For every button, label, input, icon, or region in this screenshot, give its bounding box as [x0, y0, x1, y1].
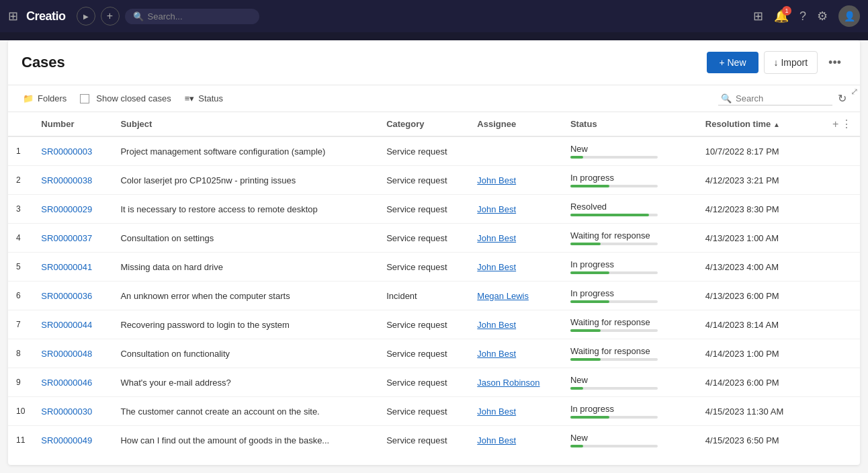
cell-resolution-time: 10/7/2022 8:17 PM: [697, 136, 824, 166]
assignee-link[interactable]: John Best: [477, 349, 516, 359]
case-number-link[interactable]: SR00000036: [41, 291, 92, 301]
status-progress-fill: [570, 243, 601, 245]
table-row: 4SR00000037Consultation on settingsServi…: [8, 224, 860, 253]
cell-assignee[interactable]: John Best: [469, 166, 562, 195]
cell-assignee[interactable]: John Best: [469, 195, 562, 224]
status-progress-bar: [570, 387, 658, 390]
cell-number[interactable]: SR00000030: [33, 397, 112, 426]
cell-number[interactable]: SR00000003: [33, 136, 112, 166]
cell-resolution-time: 4/14/2023 6:00 PM: [697, 368, 824, 397]
cell-number[interactable]: SR00000038: [33, 166, 112, 195]
new-button[interactable]: + New: [707, 52, 758, 73]
search-input[interactable]: [148, 11, 251, 22]
cell-number[interactable]: SR00000037: [33, 224, 112, 253]
search-icon: 🔍: [721, 93, 732, 103]
cell-subject: Consultation on functionality: [112, 339, 378, 368]
import-button[interactable]: ↓ Import: [764, 51, 818, 74]
cell-number[interactable]: SR00000041: [33, 253, 112, 282]
case-number-link[interactable]: SR00000049: [41, 435, 92, 445]
status-filter-button[interactable]: ≡▾ Status: [183, 91, 224, 106]
assignee-link[interactable]: John Best: [477, 233, 516, 243]
cell-assignee[interactable]: Jason Robinson: [469, 368, 562, 397]
status-progress-bar: [570, 300, 658, 303]
folders-button[interactable]: 📁 Folders: [21, 91, 68, 106]
case-number-link[interactable]: SR00000029: [41, 204, 92, 214]
show-closed-button[interactable]: Show closed cases: [79, 91, 172, 106]
cell-resolution-time: 4/15/2023 11:30 AM: [697, 397, 824, 426]
case-number-link[interactable]: SR00000044: [41, 320, 92, 330]
cell-number[interactable]: SR00000044: [33, 310, 112, 339]
column-options-button[interactable]: ⋮: [841, 118, 852, 130]
table-row: 1SR00000003Project management software c…: [8, 136, 860, 166]
table-container: Number Subject Category Assignee Status …: [8, 112, 860, 449]
assignee-link[interactable]: John Best: [477, 204, 516, 214]
assignee-link[interactable]: John Best: [477, 175, 516, 185]
cell-number[interactable]: SR00000048: [33, 339, 112, 368]
assignee-link[interactable]: John Best: [477, 262, 516, 272]
case-number-link[interactable]: SR00000038: [41, 175, 92, 185]
assignee-link[interactable]: Jason Robinson: [477, 378, 539, 388]
cell-actions: [824, 282, 860, 310]
global-search[interactable]: 🔍: [125, 9, 259, 24]
status-badge: New: [570, 144, 689, 154]
col-resolution-time[interactable]: Resolution time ▲: [697, 112, 824, 136]
cell-number[interactable]: SR00000049: [33, 426, 112, 450]
cell-actions: [824, 136, 860, 166]
case-number-link[interactable]: SR00000030: [41, 406, 92, 417]
col-number[interactable]: Number: [33, 112, 112, 136]
assignee-link[interactable]: Megan Lewis: [477, 291, 529, 301]
cell-number[interactable]: SR00000036: [33, 282, 112, 310]
case-number-link[interactable]: SR00000037: [41, 233, 92, 243]
case-number-link[interactable]: SR00000041: [41, 262, 92, 272]
cell-assignee[interactable]: John Best: [469, 426, 562, 450]
cell-number[interactable]: SR00000029: [33, 195, 112, 224]
table-header-row: Number Subject Category Assignee Status …: [8, 112, 860, 136]
assignee-link[interactable]: John Best: [477, 406, 516, 417]
notification-icon[interactable]: 🔔 1: [774, 9, 789, 24]
case-number-link[interactable]: SR00000048: [41, 349, 92, 359]
case-number-link[interactable]: SR00000046: [41, 378, 92, 388]
closed-checkbox[interactable]: [80, 94, 89, 103]
cases-toolbar: 📁 Folders Show closed cases ≡▾ Status 🔍 …: [8, 85, 860, 112]
help-icon[interactable]: ?: [799, 9, 806, 24]
cell-assignee[interactable]: John Best: [469, 339, 562, 368]
cell-assignee[interactable]: John Best: [469, 397, 562, 426]
col-subject[interactable]: Subject: [112, 112, 378, 136]
table-search-input[interactable]: [736, 93, 830, 103]
case-number-link[interactable]: SR00000003: [41, 146, 92, 157]
col-status[interactable]: Status: [562, 112, 697, 136]
user-avatar[interactable]: 👤: [838, 5, 860, 27]
status-badge: Waiting for response: [570, 230, 689, 241]
table-row: 8SR00000048Consultation on functionality…: [8, 339, 860, 368]
assignee-link[interactable]: John Best: [477, 435, 516, 445]
cell-status: Waiting for response: [562, 310, 697, 339]
cell-number[interactable]: SR00000046: [33, 368, 112, 397]
cell-subject: What's your e-mail address?: [112, 368, 378, 397]
cell-assignee[interactable]: John Best: [469, 310, 562, 339]
cell-assignee[interactable]: Megan Lewis: [469, 282, 562, 310]
status-progress-fill: [570, 214, 649, 216]
status-progress-bar: [570, 416, 658, 419]
play-button[interactable]: ▶: [77, 7, 95, 26]
cell-resolution-time: 4/13/2023 4:00 AM: [697, 253, 824, 282]
cell-actions: [824, 195, 860, 224]
cell-assignee[interactable]: John Best: [469, 253, 562, 282]
more-options-button[interactable]: •••: [823, 53, 847, 73]
assignee-link[interactable]: John Best: [477, 320, 516, 330]
add-column-button[interactable]: +: [832, 118, 838, 130]
resize-icon[interactable]: ⤢: [851, 86, 859, 97]
add-button[interactable]: +: [101, 7, 120, 26]
cell-actions: [824, 339, 860, 368]
refresh-button[interactable]: ↻: [838, 92, 847, 105]
col-assignee[interactable]: Assignee: [469, 112, 562, 136]
settings-icon[interactable]: ⚙: [817, 9, 828, 24]
grid-icon[interactable]: ⊞: [8, 9, 18, 24]
apps-icon[interactable]: ⊞: [753, 9, 763, 24]
cell-actions: [824, 224, 860, 253]
cell-index: 7: [8, 310, 33, 339]
status-badge: In progress: [570, 288, 689, 298]
col-add: + ⋮: [824, 112, 860, 136]
col-category[interactable]: Category: [378, 112, 469, 136]
cell-assignee[interactable]: John Best: [469, 224, 562, 253]
table-search[interactable]: 🔍: [718, 92, 832, 105]
